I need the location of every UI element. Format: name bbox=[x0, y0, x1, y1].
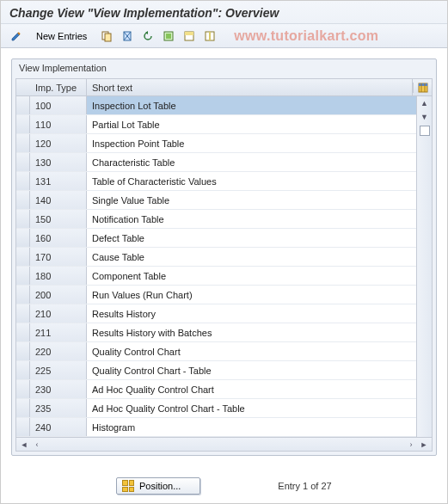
row-selector[interactable] bbox=[16, 172, 30, 190]
cell-imp-type[interactable]: 160 bbox=[30, 229, 87, 247]
position-button[interactable]: Position... bbox=[116, 477, 200, 495]
row-selector[interactable] bbox=[16, 115, 30, 133]
table-row[interactable]: 150Notification Table bbox=[16, 210, 432, 229]
cell-imp-type[interactable]: 180 bbox=[30, 267, 87, 285]
row-selector[interactable] bbox=[16, 248, 30, 266]
cell-short-text[interactable]: Table of Characteristic Values bbox=[87, 172, 416, 190]
cell-short-text[interactable]: Single Value Table bbox=[87, 191, 416, 209]
cell-short-text[interactable]: Run Values (Run Chart) bbox=[87, 286, 416, 304]
svg-rect-8 bbox=[209, 32, 211, 40]
copy-as-icon[interactable] bbox=[98, 28, 115, 45]
row-selector[interactable] bbox=[16, 134, 30, 152]
cell-imp-type[interactable]: 120 bbox=[30, 134, 87, 152]
row-selector[interactable] bbox=[16, 267, 30, 285]
cell-short-text[interactable]: Quality Control Chart - Table bbox=[87, 361, 416, 379]
scroll-down-icon[interactable]: ▼ bbox=[417, 110, 432, 124]
cell-imp-type[interactable]: 225 bbox=[30, 361, 87, 379]
horizontal-scrollbar[interactable]: ◄ ‹ › ► bbox=[16, 437, 432, 451]
select-all-icon[interactable] bbox=[160, 28, 177, 45]
scroll-left-icon[interactable]: ‹ bbox=[31, 439, 43, 450]
table-row[interactable]: 100Inspection Lot Table bbox=[16, 96, 432, 115]
table-row[interactable]: 211Results History with Batches bbox=[16, 323, 432, 342]
cell-imp-type[interactable]: 211 bbox=[30, 323, 87, 341]
cell-imp-type[interactable]: 131 bbox=[30, 172, 87, 190]
row-selector[interactable] bbox=[16, 191, 30, 209]
row-selector[interactable] bbox=[16, 96, 30, 114]
table-row[interactable]: 180Component Table bbox=[16, 267, 432, 286]
cell-short-text[interactable]: Results History with Batches bbox=[87, 323, 416, 341]
footer-bar: Position... Entry 1 of 27 bbox=[1, 477, 447, 495]
scroll-right-icon[interactable]: › bbox=[405, 439, 417, 450]
cell-short-text[interactable]: Histogram bbox=[87, 418, 416, 436]
cell-short-text[interactable]: Defect Table bbox=[87, 229, 416, 247]
cell-imp-type[interactable]: 220 bbox=[30, 342, 87, 360]
cell-imp-type[interactable]: 100 bbox=[30, 96, 87, 114]
scroll-marker bbox=[420, 126, 430, 136]
delete-icon[interactable] bbox=[119, 28, 136, 45]
table-row[interactable]: 120Inspection Point Table bbox=[16, 134, 432, 153]
cell-imp-type[interactable]: 140 bbox=[30, 191, 87, 209]
table-row[interactable]: 110Partial Lot Table bbox=[16, 115, 432, 134]
scroll-up-icon[interactable]: ▲ bbox=[417, 96, 432, 110]
cell-imp-type[interactable]: 230 bbox=[30, 380, 87, 398]
cell-short-text[interactable]: Characteristic Table bbox=[87, 153, 416, 171]
cell-short-text[interactable]: Notification Table bbox=[87, 210, 416, 228]
row-selector[interactable] bbox=[16, 399, 30, 417]
row-selector[interactable] bbox=[16, 304, 30, 323]
column-header-imp-type[interactable]: Imp. Type bbox=[30, 79, 87, 95]
select-block-icon[interactable] bbox=[181, 28, 198, 45]
page-title: Change View "View Implementation": Overv… bbox=[1, 1, 447, 24]
row-selector[interactable] bbox=[16, 210, 30, 228]
svg-rect-6 bbox=[185, 32, 193, 35]
table-row[interactable]: 230Ad Hoc Quality Control Chart bbox=[16, 380, 432, 399]
column-header-short-text[interactable]: Short text bbox=[87, 79, 413, 95]
scroll-first-icon[interactable]: ◄ bbox=[18, 439, 30, 450]
cell-imp-type[interactable]: 110 bbox=[30, 115, 87, 133]
table-row[interactable]: 225Quality Control Chart - Table bbox=[16, 361, 432, 380]
row-selector[interactable] bbox=[16, 418, 30, 436]
cell-short-text[interactable]: Component Table bbox=[87, 267, 416, 285]
row-selector[interactable] bbox=[16, 229, 30, 247]
cell-short-text[interactable]: Inspection Point Table bbox=[87, 134, 416, 152]
table-row[interactable]: 235Ad Hoc Quality Control Chart - Table bbox=[16, 399, 432, 418]
cell-imp-type[interactable]: 210 bbox=[30, 304, 87, 323]
table-row[interactable]: 240Histogram bbox=[16, 418, 432, 437]
cell-short-text[interactable]: Inspection Lot Table bbox=[87, 96, 416, 114]
row-selector[interactable] bbox=[16, 342, 30, 360]
toggle-display-change-icon[interactable] bbox=[8, 28, 25, 45]
cell-imp-type[interactable]: 200 bbox=[30, 286, 87, 304]
undo-change-icon[interactable] bbox=[139, 28, 156, 45]
view-implementation-panel: View Implementation Imp. Type Short text… bbox=[11, 58, 437, 456]
cell-imp-type[interactable]: 240 bbox=[30, 418, 87, 436]
cell-imp-type[interactable]: 130 bbox=[30, 153, 87, 171]
row-selector[interactable] bbox=[16, 286, 30, 304]
cell-imp-type[interactable]: 235 bbox=[30, 399, 87, 417]
row-selector[interactable] bbox=[16, 361, 30, 379]
table-row[interactable]: 210Results History bbox=[16, 304, 432, 323]
cell-imp-type[interactable]: 150 bbox=[30, 210, 87, 228]
table-row[interactable]: 170Cause Table bbox=[16, 248, 432, 267]
row-selector[interactable] bbox=[16, 153, 30, 171]
table-row[interactable]: 130Characteristic Table bbox=[16, 153, 432, 172]
row-selector[interactable] bbox=[16, 323, 30, 341]
cell-short-text[interactable]: Ad Hoc Quality Control Chart bbox=[87, 380, 416, 398]
cell-short-text[interactable]: Ad Hoc Quality Control Chart - Table bbox=[87, 399, 416, 417]
cell-short-text[interactable]: Quality Control Chart bbox=[87, 342, 416, 360]
cell-imp-type[interactable]: 170 bbox=[30, 248, 87, 266]
table-row[interactable]: 160Defect Table bbox=[16, 229, 432, 248]
row-selector[interactable] bbox=[16, 380, 30, 398]
scroll-last-icon[interactable]: ► bbox=[418, 439, 430, 450]
table-body: 100Inspection Lot Table110Partial Lot Ta… bbox=[16, 96, 432, 437]
vertical-scrollbar[interactable]: ▲ ▼ bbox=[416, 96, 432, 437]
table-row[interactable]: 200Run Values (Run Chart) bbox=[16, 286, 432, 304]
table-settings-icon[interactable] bbox=[413, 83, 432, 93]
cell-short-text[interactable]: Results History bbox=[87, 304, 416, 323]
table-row[interactable]: 131Table of Characteristic Values bbox=[16, 172, 432, 191]
entry-counter: Entry 1 of 27 bbox=[278, 481, 331, 491]
cell-short-text[interactable]: Partial Lot Table bbox=[87, 115, 416, 133]
table-row[interactable]: 220Quality Control Chart bbox=[16, 342, 432, 361]
deselect-all-icon[interactable] bbox=[201, 28, 218, 45]
cell-short-text[interactable]: Cause Table bbox=[87, 248, 416, 266]
table-row[interactable]: 140Single Value Table bbox=[16, 191, 432, 210]
new-entries-button[interactable]: New Entries bbox=[28, 28, 95, 44]
